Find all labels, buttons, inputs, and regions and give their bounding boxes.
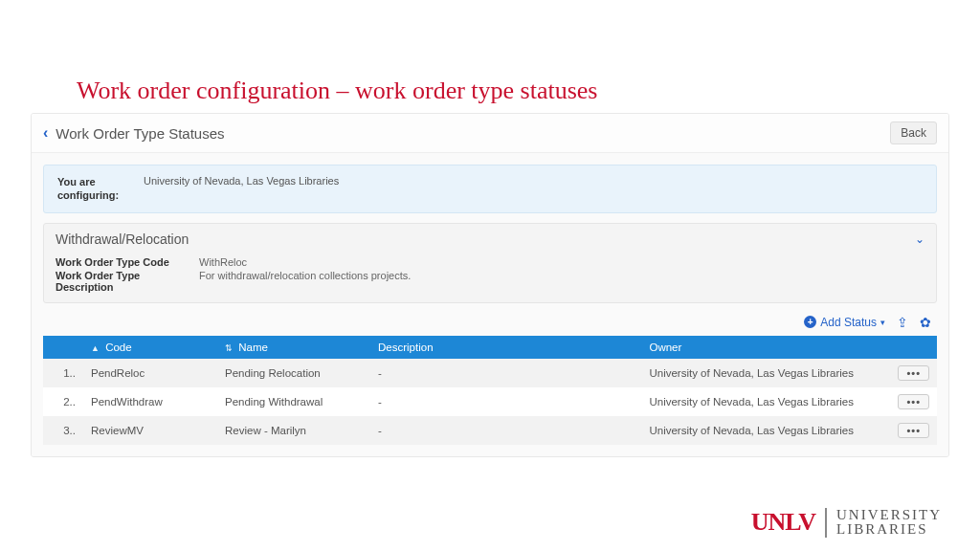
row-description: -	[370, 387, 641, 416]
col-header-description[interactable]: Description	[370, 336, 641, 359]
row-description: -	[370, 359, 641, 387]
row-index: 2..	[43, 387, 83, 416]
chevron-down-icon[interactable]: ⌄	[915, 232, 924, 246]
row-name: Pending Withdrawal	[217, 387, 370, 416]
col-header-owner[interactable]: Owner	[641, 336, 890, 359]
row-owner: University of Nevada, Las Vegas Librarie…	[641, 359, 890, 387]
page-header: ‹ Work Order Type Statuses Back	[32, 114, 948, 153]
status-table-body: 1.. PendReloc Pending Relocation - Unive…	[43, 359, 937, 445]
row-description: -	[370, 416, 641, 445]
export-icon[interactable]: ⇪	[897, 315, 908, 330]
row-index: 1..	[43, 359, 83, 387]
col-header-code-label: Code	[105, 342, 132, 353]
footer-logo: UNLV UNIVERSITY LIBRARIES	[751, 508, 942, 539]
unlv-subtext: UNIVERSITY LIBRARIES	[825, 508, 942, 539]
configuring-label: You are configuring:	[57, 175, 144, 203]
sort-both-icon: ⇅	[225, 343, 233, 353]
row-owner: University of Nevada, Las Vegas Librarie…	[641, 387, 890, 416]
work-order-type-panel: Withdrawal/Relocation ⌄ Work Order Type …	[43, 223, 937, 303]
page-title: Work Order Type Statuses	[56, 125, 890, 142]
col-header-code[interactable]: ▲ Code	[83, 336, 217, 359]
caret-down-icon: ▾	[880, 318, 885, 327]
back-chevron-icon[interactable]: ‹	[43, 124, 48, 142]
content-area: You are configuring: University of Nevad…	[32, 153, 948, 456]
sort-asc-icon: ▲	[91, 343, 100, 353]
type-desc-value: For withdrawal/relocation collections pr…	[199, 270, 411, 293]
row-index: 3..	[43, 416, 83, 445]
app-frame: ‹ Work Order Type Statuses Back You are …	[31, 113, 949, 457]
type-details: Work Order Type Code WithReloc Work Orde…	[44, 256, 936, 302]
footer-line1: UNIVERSITY	[836, 508, 942, 523]
table-row: 3.. ReviewMV Review - Marilyn - Universi…	[43, 416, 937, 445]
type-panel-header[interactable]: Withdrawal/Relocation ⌄	[44, 224, 936, 254]
slide-title: Work order configuration – work order ty…	[77, 77, 597, 105]
type-code-value: WithReloc	[199, 256, 247, 268]
row-code: ReviewMV	[83, 416, 217, 445]
table-action-bar: + Add Status ▾ ⇪ ✿	[43, 311, 937, 336]
row-actions-button[interactable]: •••	[898, 394, 929, 409]
table-row: 1.. PendReloc Pending Relocation - Unive…	[43, 359, 937, 387]
col-header-actions	[890, 336, 937, 359]
col-header-name[interactable]: ⇅ Name	[217, 336, 370, 359]
table-row: 2.. PendWithdraw Pending Withdrawal - Un…	[43, 387, 937, 416]
type-desc-label: Work Order Type Description	[56, 270, 199, 293]
row-code: PendWithdraw	[83, 387, 217, 416]
add-status-label: Add Status	[820, 316, 877, 329]
type-panel-title: Withdrawal/Relocation	[56, 231, 915, 247]
status-table: ▲ Code ⇅ Name Description Owner 1.. Pend…	[43, 336, 937, 445]
back-button[interactable]: Back	[890, 121, 937, 144]
row-owner: University of Nevada, Las Vegas Librarie…	[641, 416, 890, 445]
footer-line2: LIBRARIES	[836, 522, 942, 538]
type-code-label: Work Order Type Code	[56, 256, 199, 268]
col-header-name-label: Name	[238, 342, 268, 353]
row-name: Pending Relocation	[217, 359, 370, 387]
add-status-button[interactable]: + Add Status ▾	[804, 316, 885, 329]
row-actions-button[interactable]: •••	[898, 365, 929, 381]
status-table-head: ▲ Code ⇅ Name Description Owner	[43, 336, 937, 359]
row-name: Review - Marilyn	[217, 416, 370, 445]
configuring-banner: You are configuring: University of Nevad…	[43, 165, 937, 213]
row-actions-button[interactable]: •••	[898, 423, 929, 438]
plus-circle-icon: +	[804, 316, 816, 328]
configuring-value: University of Nevada, Las Vegas Librarie…	[144, 175, 339, 203]
gear-icon[interactable]: ✿	[920, 315, 931, 330]
row-code: PendReloc	[83, 359, 217, 387]
unlv-wordmark: UNLV	[751, 508, 815, 537]
col-header-index	[43, 336, 83, 359]
